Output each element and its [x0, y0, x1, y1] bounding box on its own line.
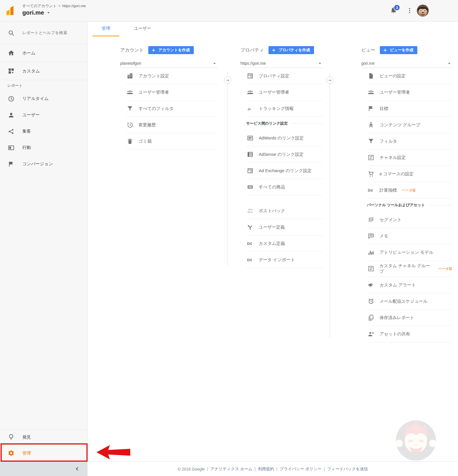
- admin-list-item[interactable]: AdSense のリンク設定: [246, 146, 323, 163]
- pages-icon: [367, 314, 375, 321]
- megaphone-icon: [367, 282, 375, 288]
- sidebar-item-flag[interactable]: コンバージョン: [0, 156, 87, 172]
- sidebar-item-acquisition[interactable]: 集客: [0, 123, 87, 139]
- admin-list-item-label: アカウント設定: [139, 73, 169, 79]
- admin-list-item[interactable]: 変更履歴: [126, 117, 218, 133]
- admin-list-item[interactable]: ビューの設定: [367, 68, 452, 84]
- admin-list-item-label: ビューの設定: [380, 73, 406, 79]
- sidebar-item-behavior[interactable]: 行動: [0, 139, 87, 156]
- group-title: パーソナル ツールおよびアセット: [367, 198, 452, 212]
- admin-list-item[interactable]: 目標: [367, 101, 452, 117]
- admin-list-item[interactable]: Dd計算指標ベータ版: [367, 182, 452, 198]
- admin-list-item[interactable]: メモ: [367, 228, 452, 244]
- admin-list-item[interactable]: チャネル設定: [367, 150, 452, 166]
- admin-list-item-label: 保存済みレポート: [380, 315, 414, 320]
- admin-list-item[interactable]: e コマースの設定: [367, 166, 452, 182]
- admin-list-item[interactable]: ポストバック: [246, 203, 323, 219]
- sidebar: レポートとヘルプを検索 ホームカスタム レポート リアルタイムユーザー集客行動コ…: [0, 22, 88, 476]
- admin-list-item[interactable]: フィルタ: [367, 133, 452, 150]
- sidebar-item-custom[interactable]: カスタム: [0, 62, 87, 80]
- avatar[interactable]: [417, 5, 429, 17]
- footer-link[interactable]: フィードバックを送信: [327, 467, 368, 471]
- sidebar-item-person[interactable]: ユーザー: [0, 107, 87, 123]
- admin-list-item[interactable]: ユーザー定義: [246, 219, 323, 235]
- search-input[interactable]: レポートとヘルプを検索: [0, 22, 87, 44]
- column-group: パーソナル ツールおよびアセットセグメントメモアトリビューション モデルカスタム…: [361, 198, 452, 342]
- alarm-icon: [367, 298, 375, 305]
- admin-list-item[interactable]: カスタム アラート: [367, 277, 452, 293]
- admin-list-item[interactable]: アカウント設定: [126, 68, 218, 84]
- entity-selector[interactable]: https://gori.me: [240, 59, 323, 68]
- admin-list-item[interactable]: Ddカスタム定義: [246, 235, 323, 252]
- caret-down-icon: [318, 62, 322, 65]
- admin-list-item-label: アセットの共有: [380, 331, 410, 337]
- comment-icon: [367, 233, 375, 239]
- admin-list-item[interactable]: Ddデータ インポート: [246, 252, 323, 268]
- footer-link[interactable]: 利用規約: [258, 467, 274, 471]
- admin-list-item[interactable]: カスタム チャネル グループベータ版: [367, 261, 452, 277]
- column-header: アカウントアカウントを作成: [120, 46, 218, 54]
- admin-list-item[interactable]: コンテンツ グループ: [367, 117, 452, 133]
- admin-list-item[interactable]: アトリビューション モデル: [367, 244, 452, 261]
- tab-users[interactable]: ユーザー: [129, 26, 156, 36]
- clock-icon: [7, 95, 15, 102]
- create-button[interactable]: ビューを作成: [380, 46, 417, 54]
- view-column: ビュービューを作成gori.meビューの設定ユーザー管理者目標コンテンツ グルー…: [361, 46, 452, 342]
- funnel-icon: [126, 105, 134, 112]
- sidebar-top-nav: ホームカスタム: [0, 44, 87, 80]
- create-button[interactable]: アカウントを作成: [148, 46, 194, 54]
- admin-list-item[interactable]: Ad Exchange のリンク設定: [246, 163, 323, 179]
- admin-list-item[interactable]: .jsトラッキング情報: [246, 101, 323, 117]
- postback-icon: [246, 207, 254, 214]
- create-button[interactable]: プロパティを作成: [269, 46, 314, 54]
- entity-selector[interactable]: planetofgori: [120, 59, 218, 68]
- admin-list-item[interactable]: メール配信スケジュール: [367, 293, 452, 310]
- admin-list-item[interactable]: ユーザー管理者: [246, 84, 323, 101]
- admin-list-item[interactable]: プロパティ設定: [246, 68, 323, 84]
- person-icon: [7, 112, 15, 119]
- contentGroup-icon: [367, 121, 375, 128]
- sidebar-item-home[interactable]: ホーム: [0, 44, 87, 62]
- overflow-menu-button[interactable]: [406, 7, 413, 15]
- admin-list-item[interactable]: ユーザー管理者: [367, 84, 452, 101]
- trash-icon: [126, 138, 134, 145]
- notifications-button[interactable]: 3: [390, 6, 398, 15]
- sidebar-item-clock[interactable]: リアルタイム: [0, 91, 87, 107]
- admin-list-item-label: 目標: [380, 106, 388, 111]
- chevron-left-icon: [74, 466, 80, 472]
- admin-list-item[interactable]: セグメント: [367, 212, 452, 228]
- footer-separator: |: [207, 467, 208, 471]
- bulb-icon: [7, 434, 15, 440]
- admin-list-item-label: AdSense のリンク設定: [259, 152, 303, 157]
- tab-admin[interactable]: 管理: [92, 26, 119, 36]
- breadcrumb: すべてのアカウント>https://gori.me: [22, 3, 86, 9]
- admin-list-item[interactable]: ゴミ箱: [126, 133, 218, 150]
- column-group: アカウント設定ユーザー管理者すべてのフィルタ変更履歴ゴミ箱: [120, 68, 218, 150]
- admin-list-item[interactable]: すべての商品: [246, 179, 323, 195]
- move-right-button[interactable]: [224, 76, 231, 84]
- admin-list-item[interactable]: ユーザー管理者: [126, 84, 218, 101]
- footer-link[interactable]: アナリティクス ホーム: [210, 467, 252, 471]
- admin-list-item-label: カスタム チャネル グループ: [379, 263, 433, 274]
- selected-entity: https://gori.me: [240, 61, 266, 66]
- column-group: プロパティ設定ユーザー管理者.jsトラッキング情報: [240, 68, 323, 117]
- admin-list-item[interactable]: すべてのフィルタ: [126, 101, 218, 117]
- column-label: アカウント: [120, 47, 144, 53]
- entity-selector[interactable]: gori.me: [361, 59, 452, 68]
- svg-text:Dd: Dd: [247, 258, 252, 262]
- account-switcher[interactable]: gori.me: [22, 9, 50, 16]
- dd-icon: Dd: [246, 240, 254, 247]
- admin-list-item[interactable]: 保存済みレポート: [367, 310, 452, 326]
- footer-link[interactable]: プライバシー ポリシー: [280, 467, 322, 471]
- admin-list-item-label: ユーザー管理者: [139, 90, 169, 95]
- admin-list-item[interactable]: AdWords のリンク設定: [246, 130, 323, 146]
- sidebar-collapse-button[interactable]: [0, 462, 87, 476]
- column-header: プロパティプロパティを作成: [240, 46, 323, 54]
- admin-list-item[interactable]: アセットの共有: [367, 326, 452, 342]
- svg-text:.js: .js: [247, 107, 251, 111]
- sidebar-item-bulb[interactable]: 発見: [0, 429, 87, 444]
- move-right-button[interactable]: [326, 76, 333, 84]
- channel-icon: [367, 154, 375, 161]
- column-label: ビュー: [361, 47, 375, 53]
- link-icon: [246, 184, 254, 190]
